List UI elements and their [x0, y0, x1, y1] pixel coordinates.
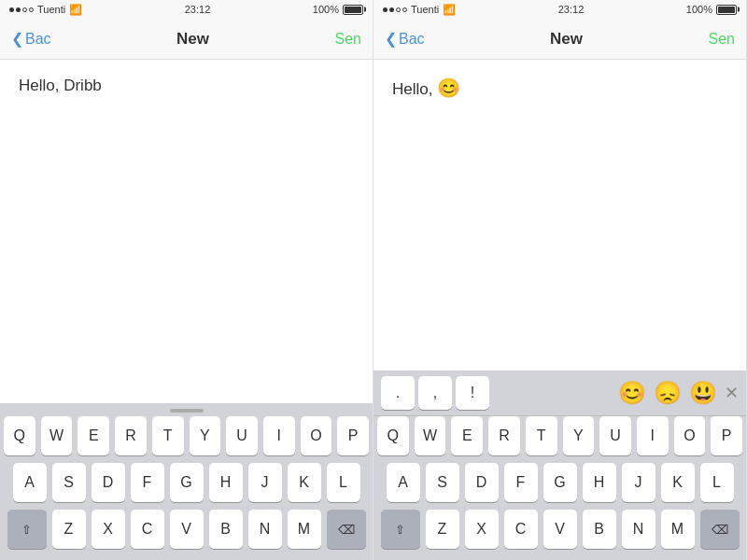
back-button-right[interactable]: ❮ Bac: [385, 30, 425, 48]
status-right-right: 100%: [686, 4, 737, 15]
rkey-row-2: A S D F G H J K L: [377, 463, 742, 502]
rkey-T[interactable]: T: [526, 416, 557, 455]
key-K[interactable]: K: [288, 463, 321, 502]
rkey-J[interactable]: J: [622, 463, 655, 502]
battery-icon: [343, 5, 363, 15]
dot4: [29, 7, 34, 12]
key-D[interactable]: D: [92, 463, 125, 502]
back-button-left[interactable]: ❮ Bac: [11, 30, 51, 48]
emoji-toolbar: . , ! 😊 😞 😃 ✕: [374, 371, 746, 416]
chevron-left-icon-right: ❮: [385, 30, 397, 48]
rkey-O[interactable]: O: [674, 416, 706, 455]
key-Y[interactable]: Y: [190, 416, 221, 455]
key-L[interactable]: L: [327, 463, 360, 502]
rkey-U[interactable]: U: [599, 416, 631, 455]
key-X[interactable]: X: [92, 510, 125, 549]
key-V[interactable]: V: [170, 510, 204, 549]
rkey-Y[interactable]: Y: [563, 416, 595, 455]
rkey-K[interactable]: K: [661, 463, 695, 502]
rkey-V[interactable]: V: [543, 510, 577, 549]
rkey-P[interactable]: P: [711, 416, 742, 455]
rkey-E[interactable]: E: [451, 416, 483, 455]
rkey-row-3: ⇧ Z X C V B N M ⌫: [377, 510, 742, 549]
key-B[interactable]: B: [209, 510, 243, 549]
rkey-Q[interactable]: Q: [377, 416, 409, 455]
message-text-word: Hello,: [392, 80, 432, 98]
key-A[interactable]: A: [13, 463, 47, 502]
handle-bar-area: [0, 403, 373, 416]
content-area-right: Hello, 😊: [374, 60, 746, 371]
key-N[interactable]: N: [248, 510, 282, 549]
emoji-smile[interactable]: 😊: [618, 380, 646, 406]
keyboard-rows-right: Q W E R T Y U I O P A S D F G H J K: [374, 416, 746, 556]
punct-exclamation[interactable]: !: [456, 376, 489, 410]
key-row-3: ⇧ Z X C V B N M ⌫: [4, 510, 369, 549]
rkey-C[interactable]: C: [504, 510, 538, 549]
backspace-key-right[interactable]: ⌫: [700, 510, 740, 549]
wifi-icon-right: 📶: [443, 4, 456, 16]
punct-period[interactable]: .: [381, 376, 415, 410]
key-T[interactable]: T: [152, 416, 184, 455]
key-F[interactable]: F: [131, 463, 164, 502]
send-button-right[interactable]: Sen: [709, 31, 735, 48]
emoji-sad[interactable]: 😞: [654, 380, 682, 406]
key-M[interactable]: M: [288, 510, 321, 549]
emoji-grin[interactable]: 😃: [689, 380, 717, 406]
rdot4: [402, 7, 407, 12]
emoji-toolbar-close[interactable]: ✕: [725, 383, 739, 403]
key-I[interactable]: I: [263, 416, 295, 455]
key-P[interactable]: P: [337, 416, 369, 455]
send-button-left[interactable]: Sen: [335, 31, 361, 48]
key-J[interactable]: J: [248, 463, 282, 502]
dot3: [22, 7, 27, 12]
status-bar-left: Tuenti 📶 23:12 100%: [0, 0, 373, 19]
battery-fill-right: [718, 7, 735, 13]
rkey-X[interactable]: X: [465, 510, 499, 549]
key-U[interactable]: U: [226, 416, 258, 455]
rkey-H[interactable]: H: [583, 463, 616, 502]
rkey-R[interactable]: R: [488, 416, 520, 455]
key-W[interactable]: W: [41, 416, 73, 455]
key-H[interactable]: H: [209, 463, 243, 502]
key-Q[interactable]: Q: [4, 416, 35, 455]
carrier-label-right: Tuenti: [411, 4, 439, 15]
key-C[interactable]: C: [131, 510, 164, 549]
left-panel: Tuenti 📶 23:12 100% ❮ Bac New Sen Hello,…: [0, 0, 374, 560]
right-panel: Tuenti 📶 23:12 100% ❮ Bac New Sen Hello,…: [374, 0, 747, 560]
punct-keys: . , !: [381, 376, 489, 410]
nav-bar-left: ❮ Bac New Sen: [0, 19, 373, 60]
punct-comma[interactable]: ,: [418, 376, 452, 410]
battery-label-right: 100%: [686, 4, 712, 15]
key-G[interactable]: G: [170, 463, 204, 502]
key-R[interactable]: R: [115, 416, 147, 455]
key-S[interactable]: S: [52, 463, 86, 502]
rkey-L[interactable]: L: [700, 463, 734, 502]
rkey-I[interactable]: I: [637, 416, 669, 455]
key-E[interactable]: E: [78, 416, 109, 455]
battery-fill: [345, 7, 361, 13]
status-left: Tuenti 📶: [9, 4, 82, 16]
rkey-M[interactable]: M: [661, 510, 695, 549]
battery-label: 100%: [313, 4, 339, 15]
rkey-N[interactable]: N: [622, 510, 655, 549]
rkey-A[interactable]: A: [387, 463, 420, 502]
key-O[interactable]: O: [301, 416, 332, 455]
rkey-B[interactable]: B: [583, 510, 616, 549]
rkey-Z[interactable]: Z: [426, 510, 459, 549]
backspace-key-left[interactable]: ⌫: [327, 510, 366, 549]
rkey-S[interactable]: S: [426, 463, 459, 502]
status-left-right: Tuenti 📶: [383, 4, 456, 16]
rdot3: [396, 7, 401, 12]
rkey-W[interactable]: W: [415, 416, 446, 455]
status-bar-right: Tuenti 📶 23:12 100%: [374, 0, 746, 19]
nav-bar-right: ❮ Bac New Sen: [374, 19, 746, 60]
shift-key-right[interactable]: ⇧: [381, 510, 420, 549]
rkey-D[interactable]: D: [465, 463, 499, 502]
wifi-icon: 📶: [69, 4, 82, 16]
key-Z[interactable]: Z: [52, 510, 86, 549]
rkey-G[interactable]: G: [543, 463, 577, 502]
content-area-left: Hello, Dribb: [0, 60, 373, 403]
shift-key-left[interactable]: ⇧: [7, 510, 47, 549]
time-right: 23:12: [558, 4, 585, 15]
rkey-F[interactable]: F: [504, 463, 538, 502]
